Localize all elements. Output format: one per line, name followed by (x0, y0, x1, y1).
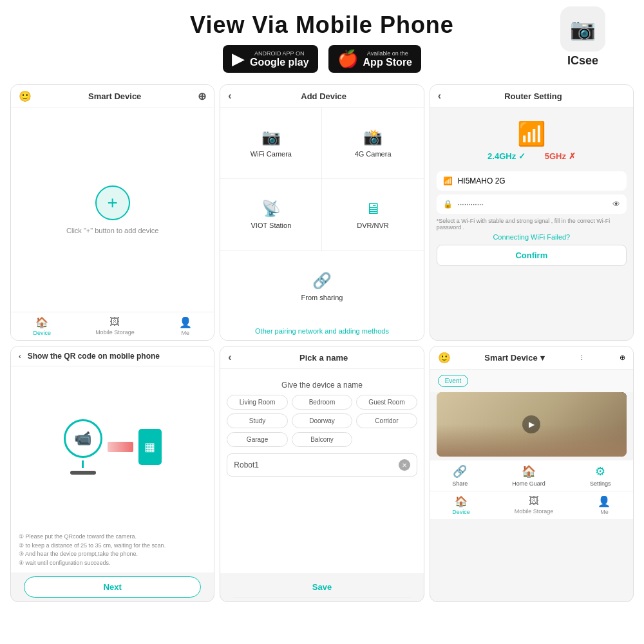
name-chip-corridor[interactable]: Corridor (356, 413, 417, 428)
home-guard-action[interactable]: 🏠 Home Guard (512, 464, 545, 487)
nav6-me-label: Me (600, 509, 609, 515)
router-icon-area: 📶 2.4GHz ✓ 5GHz ✗ (437, 114, 627, 167)
name-chip-study[interactable]: Study (227, 413, 287, 428)
sharing-label: From sharing (301, 294, 343, 301)
screen-add-device: ‹ Add Device 📷 WiFi Camera 📸 4G Camera 📡… (220, 84, 424, 341)
name-chip-bedroom[interactable]: Bedroom (292, 395, 352, 410)
name-chip-living-room[interactable]: Living Room (227, 395, 287, 410)
viot-label: VIOT Station (251, 222, 292, 229)
nav-me[interactable]: 👤 Me (179, 316, 192, 336)
screen4-title: Show the QR code on mobile phone (28, 352, 160, 361)
add-device-grid: 📷 WiFi Camera 📸 4G Camera 📡 VIOT Station… (220, 108, 423, 322)
appstore-main: App Store (363, 57, 412, 68)
appstore-badge[interactable]: 🍎 Available on the App Store (328, 45, 421, 73)
step4: ④ wait until configuration succeeds. (19, 559, 206, 568)
nav6-device[interactable]: 🏠 Device (452, 495, 470, 515)
screen5-title: Pick a name (299, 353, 348, 363)
qr-steps: ① Please put the QRcode toward the camer… (11, 527, 214, 573)
other-methods[interactable]: Other pairing network and adding methods (220, 322, 423, 340)
next-button[interactable]: Next (24, 576, 201, 598)
step2: ② to keep a distance of 25 to 35 cm, wai… (19, 542, 206, 551)
router-hint: *Select a Wi-Fi with stable and strong s… (437, 218, 627, 231)
device-nav6-icon: 🏠 (455, 495, 468, 507)
screen6-bottom-nav: 🏠 Device 🖼 Mobile Storage 👤 Me (430, 491, 633, 519)
nav6-device-label: Device (452, 509, 470, 515)
sharing-icon: 🔗 (312, 272, 332, 290)
name-chip-doorway[interactable]: Doorway (292, 413, 352, 428)
google-play-top: ANDROID APP ON (250, 50, 309, 57)
play-button[interactable]: ▶ (522, 415, 540, 433)
4g-camera-cell[interactable]: 📸 4G Camera (322, 108, 423, 178)
screen3-title: Router Setting (504, 91, 562, 101)
page-header: View Via Mobile Phone ▶ ANDROID APP ON G… (0, 0, 644, 79)
camera-preview[interactable]: Robot1 Online ▶ (437, 392, 627, 457)
event-row: Event (430, 370, 633, 392)
screen3-header: ‹ Router Setting (430, 85, 633, 108)
save-button[interactable]: Save (233, 577, 410, 598)
nav6-mobile-storage[interactable]: 🖼 Mobile Storage (515, 495, 554, 515)
viot-icon: 📡 (261, 200, 281, 218)
confirm-button[interactable]: Confirm (437, 245, 627, 266)
qr-illustration: 📹 ▦ (64, 419, 162, 475)
nav6-storage-label: Mobile Storage (515, 508, 554, 515)
more-options-icon[interactable]: ⋮ (578, 354, 585, 362)
event-pill[interactable]: Event (438, 375, 469, 387)
add-circle-button[interactable]: + (95, 185, 130, 220)
name-chip-guest-room[interactable]: Guest Room (356, 395, 417, 410)
apple-icon: 🍎 (337, 49, 358, 69)
device-nav-icon: 🏠 (35, 316, 48, 328)
back-icon-screen2[interactable]: ‹ (228, 90, 231, 102)
eye-icon[interactable]: 👁 (612, 200, 620, 209)
device-name-input[interactable]: Robot1 ✕ (227, 453, 417, 477)
nav-mobile-storage[interactable]: 🖼 Mobile Storage (95, 316, 135, 336)
freq-5: 5GHz ✗ (545, 151, 576, 161)
screen1-bottom-nav: 🏠 Device 🖼 Mobile Storage 👤 Me (11, 312, 214, 340)
screen2-title: Add Device (301, 91, 346, 101)
settings-action[interactable]: ⚙ Settings (590, 464, 611, 487)
dvr-nvr-cell[interactable]: 🖥 DVR/NVR (322, 179, 423, 250)
me-nav6-icon: 👤 (598, 495, 611, 507)
screen-pick-name: ‹ Pick a name Give the device a name Liv… (220, 346, 424, 602)
name-chip-garage[interactable]: Garage (227, 432, 287, 447)
screen1-header: 🙂 Smart Device ⊕ (11, 85, 214, 108)
screen6-title-text: Smart Device (484, 353, 537, 363)
add-device-icon[interactable]: ⊕ (198, 90, 206, 102)
wifi-camera-label: WiFi Camera (251, 150, 292, 158)
wifi-camera-icon: 📷 (261, 128, 281, 146)
appstore-top: Available on the (363, 50, 412, 57)
password-row[interactable]: 🔒 ············ 👁 (437, 194, 627, 214)
google-play-icon: ▶ (232, 49, 245, 69)
back-icon-screen5[interactable]: ‹ (228, 352, 231, 363)
screen1-body: + Click "+" button to add device (11, 108, 214, 312)
google-play-main: Google play (250, 57, 309, 68)
page-title: View Via Mobile Phone (0, 12, 644, 39)
screen-qr-code: ‹ Show the QR code on mobile phone 📹 ▦ ①… (10, 346, 214, 602)
nav-device[interactable]: 🏠 Device (33, 316, 52, 336)
settings-label: Settings (590, 480, 611, 487)
viot-station-cell[interactable]: 📡 VIOT Station (220, 179, 321, 250)
share-label: Share (452, 480, 468, 487)
wifi-camera-cell[interactable]: 📷 WiFi Camera (220, 108, 321, 178)
share-icon: 🔗 (453, 464, 467, 478)
screen5-header: ‹ Pick a name (220, 346, 423, 369)
freq-24: 2.4GHz ✓ (488, 151, 526, 161)
wifi-name: HI5MAHO 2G (458, 176, 506, 185)
nav6-me[interactable]: 👤 Me (598, 495, 611, 515)
back-icon-screen3[interactable]: ‹ (438, 90, 441, 102)
dvr-label: DVR/NVR (357, 222, 389, 229)
qr-illustration-area: 📹 ▦ (11, 366, 214, 527)
clear-name-button[interactable]: ✕ (399, 459, 410, 471)
add-icon-6[interactable]: ⊕ (620, 354, 625, 362)
google-play-badge[interactable]: ▶ ANDROID APP ON Google play (223, 45, 318, 73)
connecting-failed[interactable]: Connecting WiFi Failed? (437, 233, 627, 241)
name-chip-balcony[interactable]: Balcony (292, 432, 352, 447)
device-name-value: Robot1 (234, 460, 259, 469)
share-action[interactable]: 🔗 Share (452, 464, 468, 487)
home-guard-icon: 🏠 (522, 464, 536, 478)
back-icon-screen4[interactable]: ‹ (19, 352, 21, 360)
screen-router-setting: ‹ Router Setting 📶 2.4GHz ✓ 5GHz ✗ 📶 HI5… (430, 84, 634, 341)
4g-camera-icon: 📸 (363, 128, 383, 146)
from-sharing-cell[interactable]: 🔗 From sharing (220, 251, 423, 322)
main-grid: 🙂 Smart Device ⊕ + Click "+" button to a… (0, 79, 644, 607)
screen1-title: Smart Device (88, 91, 141, 101)
